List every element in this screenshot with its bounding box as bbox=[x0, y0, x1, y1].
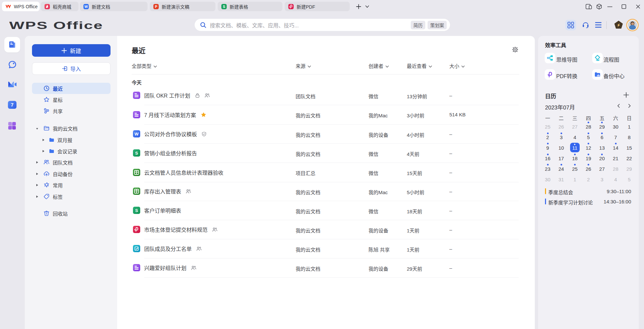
svg-text:W: W bbox=[84, 5, 88, 9]
svg-text:W: W bbox=[135, 132, 139, 136]
svg-text:S: S bbox=[223, 5, 225, 9]
svg-text:S: S bbox=[135, 208, 138, 213]
svg-text:P: P bbox=[155, 5, 157, 9]
svg-text:S: S bbox=[135, 151, 138, 156]
